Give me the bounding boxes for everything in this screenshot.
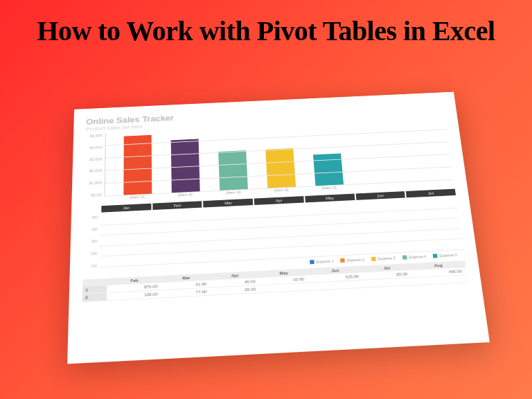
data-table: FebMarAprMayJunJulAug 1875.0031.0045.000… — [82, 260, 468, 302]
table-cell — [260, 283, 309, 293]
chart-month-group — [414, 250, 461, 252]
month-header-cell: Mar — [204, 199, 254, 208]
table-cell: 77.00 — [162, 287, 211, 298]
legend-item: Expense 5 — [433, 253, 457, 258]
chart-bar — [265, 148, 296, 189]
chart-monthly-expenses-yaxis: 100 200 300 400 500 — [83, 215, 100, 269]
legend-swatch — [310, 260, 314, 264]
chart-month-group — [154, 263, 202, 265]
month-header-cell: May — [305, 194, 355, 203]
month-header-cell: Jun — [355, 191, 405, 200]
chart-month-group — [310, 255, 357, 257]
month-header-cell: Feb — [152, 201, 202, 210]
chart-bar — [218, 150, 248, 191]
legend-swatch — [402, 256, 407, 260]
chart-month-group — [102, 265, 150, 267]
chart-bar — [313, 153, 344, 186]
chart-month-group — [258, 258, 306, 260]
legend-item: Expense 2 — [340, 258, 364, 263]
chart-month-group — [206, 260, 254, 262]
month-header-cell: Jan — [101, 204, 151, 213]
page-title: How to Work with Pivot Tables in Excel — [0, 0, 532, 47]
chart-bar — [123, 135, 152, 196]
chart-bar — [171, 139, 200, 194]
table-cell: 05.00 — [211, 285, 260, 296]
legend-item: Expense 4 — [402, 254, 427, 260]
legend-item: Expense 3 — [371, 256, 396, 261]
month-header-cell: Jul — [406, 189, 456, 198]
legend-swatch — [371, 257, 376, 261]
legend-swatch — [433, 254, 438, 258]
report-sheet: Online Sales Tracker Product Sales per I… — [67, 92, 490, 364]
table-cell — [364, 278, 413, 288]
legend-item: Expense 1 — [310, 259, 334, 265]
legend-swatch — [340, 258, 345, 263]
chart-product-sales-yaxis: $0.00 $1,000 $2,000 $3,000 $4,000 $5,000 — [85, 134, 105, 198]
month-header-cell: Apr — [254, 196, 304, 205]
chart-month-group — [362, 252, 409, 254]
